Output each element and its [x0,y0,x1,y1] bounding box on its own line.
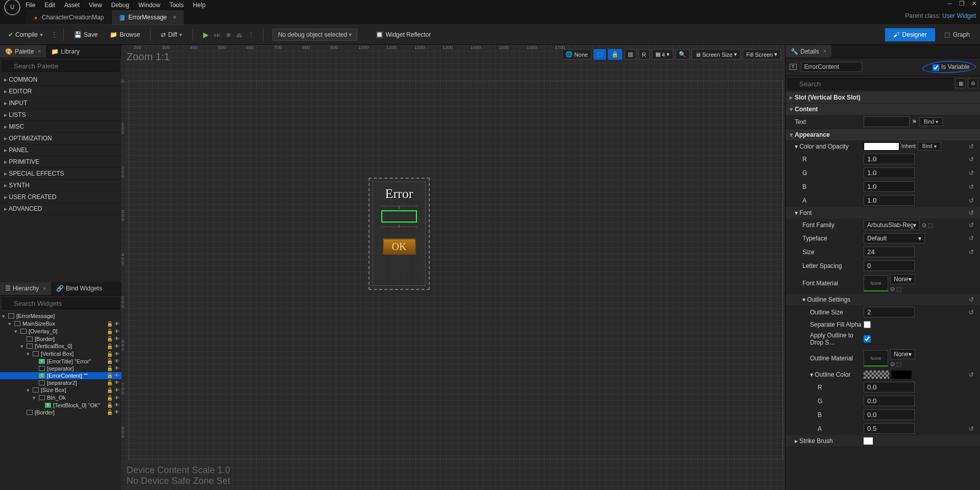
reset-icon[interactable]: ↺ [967,156,976,163]
step-icon[interactable]: ⏭ [212,30,223,40]
letter-spacing-input[interactable] [864,260,915,271]
reset-icon[interactable]: ↺ [967,169,976,177]
menu-help[interactable]: Help [193,2,206,9]
visibility-icon[interactable]: 👁 [114,373,119,378]
widget-reflector-button[interactable]: 🔲Widget Reflector [372,29,435,40]
visibility-icon[interactable]: 👁 [114,321,119,327]
tree-row[interactable]: T[ErrorTitle] "Error"🔓👁 [0,358,121,365]
palette-category[interactable]: INPUT [0,97,121,109]
screen-size-dropdown[interactable]: 🖥Screen Size ▾ [692,49,741,60]
localize-icon[interactable]: ⚑ [912,118,917,126]
expand-arrow-icon[interactable]: ▾ [14,328,20,335]
palette-category[interactable]: USER CREATED [0,191,121,203]
visibility-icon[interactable]: 👁 [114,351,119,357]
reset-icon[interactable]: ↺ [967,425,976,432]
expand-arrow-icon[interactable]: ▾ [33,395,39,401]
designer-canvas[interactable]: Zoom 1:1 2003004005006007008009001000110… [121,45,785,490]
outline-icon[interactable]: ▥ [624,49,636,60]
apply-drop-checkbox[interactable] [864,335,871,342]
or-input[interactable] [864,382,915,393]
visibility-icon[interactable]: 👁 [114,358,119,364]
lock-icon[interactable]: 🔓 [107,395,113,401]
respect-locks-icon[interactable]: R [639,50,650,60]
is-variable-checkbox[interactable] [933,64,939,70]
tab-error-message[interactable]: 📘 ErrorMessage × [112,10,183,24]
tree-row[interactable]: ▾Btn_Ok🔓👁 [0,394,121,402]
palette-category[interactable]: SYNTH [0,180,121,191]
lock-icon[interactable]: 🔓 [107,365,113,371]
palette-category[interactable]: COMMON [0,74,121,86]
expand-arrow-icon[interactable]: ▾ [8,321,14,327]
bind-dropdown[interactable]: Bind ▾ [919,117,943,126]
reset-icon[interactable]: ↺ [967,235,976,242]
visibility-icon[interactable]: 👁 [114,387,119,393]
tree-row[interactable]: ▾[VerticalBox_0]🔓👁 [0,342,121,350]
lock-icon[interactable]: 🔓 [107,329,113,334]
text-input[interactable] [864,116,910,127]
section-slot[interactable]: Slot (Vertical Box Slot) [786,92,980,103]
lock-icon[interactable]: 🔒 [608,49,622,60]
tree-row[interactable]: ▾[Overlay_0]🔓👁 [0,328,121,335]
menu-debug[interactable]: Debug [111,2,129,9]
g-input[interactable] [864,167,915,178]
visibility-icon[interactable]: 👁 [114,344,119,349]
material-dropdown[interactable]: None▾ [890,274,915,284]
expand-arrow-icon[interactable]: ▾ [27,387,33,394]
use-asset-icon[interactable]: ⬚ [896,286,901,292]
tab-close-icon[interactable]: × [38,48,41,54]
visibility-icon[interactable]: 👁 [114,329,119,334]
compile-button[interactable]: ✔Compile▾ [4,29,47,40]
palette-search-input[interactable] [2,60,119,72]
tree-row[interactable]: ▾[Vertical Box]🔓👁 [0,350,121,358]
play-icon[interactable]: ▶ [201,30,211,40]
reset-icon[interactable]: ↺ [967,309,976,316]
sep-fill-checkbox[interactable] [864,321,871,328]
r-input[interactable] [864,154,915,164]
palette-category[interactable]: LISTS [0,109,121,121]
reset-icon[interactable]: ↺ [967,222,976,229]
browse-asset-icon[interactable]: ⊙ [890,361,895,368]
palette-category[interactable]: PRIMITIVE [0,156,121,168]
lock-icon[interactable]: 🔓 [107,358,113,364]
tree-row[interactable]: [Border]🔓👁 [0,409,121,416]
visibility-icon[interactable]: 👁 [114,336,119,341]
bind-widgets-tab[interactable]: 🔗Bind Widgets [51,282,107,295]
expand-arrow-icon[interactable]: ▾ [2,313,8,320]
widget-preview[interactable]: Error OK [369,178,430,290]
menu-edit[interactable]: Edit [44,2,55,9]
widget-name-input[interactable]: ErrorContent [801,62,862,72]
material-thumbnail[interactable]: None [864,350,888,366]
lock-icon[interactable]: 🔓 [107,380,113,385]
menu-window[interactable]: Window [138,2,160,9]
palette-category[interactable]: MISC [0,121,121,133]
prop-outline-color-label[interactable]: ▾ Outline Color [790,371,864,378]
expand-arrow-icon[interactable]: ▾ [27,351,33,357]
reset-icon[interactable]: ↺ [967,209,976,216]
palette-category[interactable]: ADVANCED [0,203,121,215]
library-tab[interactable]: 📁Library [46,45,85,58]
tab-close-icon[interactable]: × [43,286,46,291]
details-view-icon[interactable]: ▦ [955,78,966,88]
lock-icon[interactable]: 🔓 [107,387,113,393]
lock-icon[interactable]: 🔓 [107,402,113,408]
b-input[interactable] [864,181,915,192]
oa-input[interactable] [864,423,915,434]
lock-icon[interactable]: 🔓 [107,336,113,341]
a-input[interactable] [864,195,915,206]
hierarchy-search-input[interactable] [2,298,119,309]
diff-button[interactable]: ⇄Diff▾ [157,29,186,40]
preview-zoom-icon[interactable]: 🔍 [675,49,690,60]
reset-icon[interactable]: ↺ [967,197,976,204]
palette-category[interactable]: SPECIAL EFFECTS [0,168,121,180]
tree-row[interactable]: T[ErrorContent] ""🔓👁 [0,372,121,379]
palette-category[interactable]: PANEL [0,144,121,156]
use-asset-icon[interactable]: ⬚ [896,361,901,368]
visibility-icon[interactable]: 👁 [114,380,119,385]
palette-category[interactable]: OPTIMIZATION [0,133,121,144]
visibility-icon[interactable]: 👁 [114,395,119,401]
graph-button[interactable]: ⬚Graph [938,28,976,41]
reset-icon[interactable]: ↺ [967,143,976,150]
tab-close-icon[interactable]: × [823,48,826,54]
browse-asset-icon[interactable]: ⊙ [890,286,895,292]
tree-row[interactable]: ▾[Size Box]🔓👁 [0,386,121,394]
